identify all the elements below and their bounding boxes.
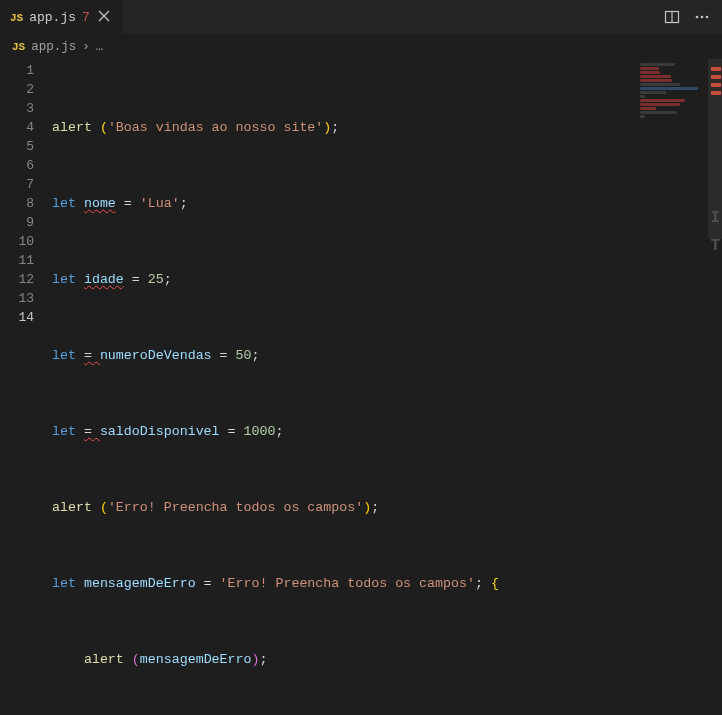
more-actions-icon[interactable] (694, 9, 710, 25)
svg-point-3 (701, 16, 704, 19)
code-line[interactable]: alert ('Erro! Preencha todos os campos')… (52, 498, 722, 517)
code-line[interactable]: let nome = 'Lua'; (52, 194, 722, 213)
error-marker[interactable] (711, 91, 721, 95)
split-editor-icon[interactable] (664, 9, 680, 25)
line-number-gutter: 1234567891011121314 (0, 59, 52, 715)
line-number[interactable]: 14 (0, 308, 52, 327)
close-icon[interactable] (96, 10, 112, 26)
line-number[interactable]: 10 (0, 232, 52, 251)
js-file-icon: JS (12, 41, 25, 53)
title-actions (664, 0, 722, 34)
tab-bar: JS app.js 7 (0, 0, 722, 35)
tab-problem-count: 7 (82, 10, 90, 25)
line-number[interactable]: 3 (0, 99, 52, 118)
error-marker[interactable] (711, 67, 721, 71)
svg-point-4 (706, 16, 709, 19)
line-number[interactable]: 7 (0, 175, 52, 194)
overview-ruler-icon: T (710, 237, 720, 255)
minimap[interactable] (636, 59, 708, 715)
code-line[interactable]: let mensagemDeErro = 'Erro! Preencha tod… (52, 574, 722, 593)
code-line[interactable]: let = numeroDeVendas = 50; (52, 346, 722, 365)
line-number[interactable]: 1 (0, 61, 52, 80)
line-number[interactable]: 12 (0, 270, 52, 289)
line-number[interactable]: 11 (0, 251, 52, 270)
line-number[interactable]: 9 (0, 213, 52, 232)
code-line[interactable]: alert ('Boas vindas ao nosso site'); (52, 118, 722, 137)
error-marker[interactable] (711, 75, 721, 79)
scrollbar[interactable]: I T (708, 59, 722, 715)
tab-filename: app.js (29, 10, 76, 25)
tab-app-js[interactable]: JS app.js 7 (0, 0, 122, 34)
code-line[interactable]: let idade = 25; (52, 270, 722, 289)
editor[interactable]: 1234567891011121314 alert ('Boas vindas … (0, 59, 722, 715)
svg-point-2 (696, 16, 699, 19)
line-number[interactable]: 2 (0, 80, 52, 99)
code-line[interactable]: alert (mensagemDeErro); (52, 650, 722, 669)
breadcrumb-filename: app.js (31, 40, 76, 54)
js-file-icon: JS (10, 12, 23, 24)
line-number[interactable]: 5 (0, 137, 52, 156)
breadcrumb-trail: … (96, 40, 104, 54)
breadcrumb[interactable]: JS app.js › … (0, 35, 722, 59)
line-number[interactable]: 6 (0, 156, 52, 175)
overview-ruler-icon: I (710, 209, 720, 227)
line-number[interactable]: 4 (0, 118, 52, 137)
line-number[interactable]: 8 (0, 194, 52, 213)
error-marker[interactable] (711, 83, 721, 87)
line-number[interactable]: 13 (0, 289, 52, 308)
code-area[interactable]: alert ('Boas vindas ao nosso site'); let… (52, 59, 722, 715)
code-line[interactable]: let = saldoDisponivel = 1000; (52, 422, 722, 441)
chevron-right-icon: › (82, 40, 90, 54)
